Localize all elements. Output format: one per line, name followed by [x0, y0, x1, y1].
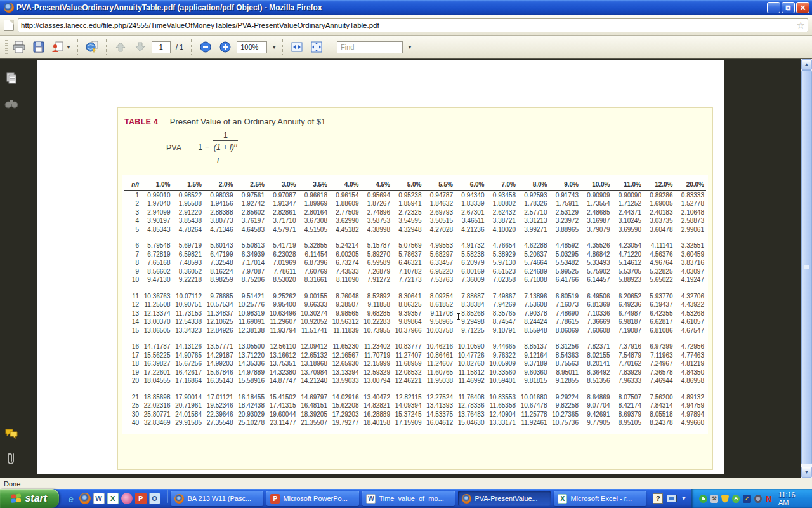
snapshot-button[interactable]: [84, 39, 100, 55]
formula-inner-den: (1 + i)n: [214, 141, 237, 152]
value-cell: 12.09412: [298, 342, 330, 351]
value-cell: 4.78264: [173, 225, 204, 234]
value-cell: 11.51741: [298, 326, 330, 335]
value-cell: 6.20979: [455, 258, 487, 267]
next-page-button[interactable]: [132, 39, 148, 55]
value-cell: 9.98565: [329, 309, 361, 318]
value-cell: 1.88609: [329, 199, 361, 208]
taskbar-button[interactable]: PMicrosoft PowerPo...: [266, 491, 359, 506]
value-cell: 6.47199: [204, 250, 235, 259]
hide-icons-chevron[interactable]: ▼: [681, 495, 686, 502]
toolbar-grip[interactable]: [5, 40, 8, 54]
outlook-icon[interactable]: O: [149, 493, 160, 504]
attachments-paperclip-icon[interactable]: [4, 451, 19, 466]
fit-page-button[interactable]: [308, 39, 325, 55]
value-cell: 3.99271: [518, 225, 549, 234]
value-cell: 9.12164: [518, 351, 549, 360]
taskbar-button[interactable]: WTime_value_of_mo...: [362, 491, 455, 506]
find-input[interactable]: Find: [337, 41, 403, 53]
value-cell: 10.67478: [518, 401, 549, 410]
network-icon[interactable]: [667, 495, 677, 502]
tray-icon-nod32[interactable]: N: [765, 495, 773, 503]
value-cell: 2.77509: [329, 208, 361, 217]
pages-panel-icon[interactable]: [4, 70, 19, 86]
help-tray-icon[interactable]: ?: [653, 493, 663, 504]
value-cell: 16.48151: [298, 401, 330, 410]
period-cell: 17: [124, 351, 141, 360]
value-cell: 13.00794: [361, 377, 393, 385]
value-cell: 5.38929: [487, 250, 518, 259]
powerpoint-icon: P: [270, 494, 280, 504]
close-button[interactable]: ✕: [796, 2, 809, 13]
zoom-out-button[interactable]: [197, 39, 214, 55]
tray-icon-agent[interactable]: [699, 495, 707, 503]
table-row: 65.795485.697195.601435.508135.417195.32…: [124, 241, 706, 250]
search-binoculars-icon[interactable]: [4, 96, 19, 111]
minimize-button[interactable]: _: [767, 2, 780, 13]
value-cell: 11.95038: [424, 377, 455, 385]
value-cell: 0.95694: [361, 190, 393, 199]
value-cell: 3.69590: [612, 225, 644, 234]
email-button[interactable]: ▼: [50, 39, 72, 55]
value-cell: 6.49236: [612, 300, 644, 309]
tray-icon-updates[interactable]: [754, 495, 762, 503]
value-cell: 12.78336: [455, 401, 487, 410]
excel-icon[interactable]: X: [107, 493, 119, 504]
taskbar-button[interactable]: BA 213 W11 (Pasc...: [171, 491, 263, 506]
comments-panel-icon[interactable]: [4, 425, 19, 441]
page-number-input[interactable]: 1: [152, 41, 171, 53]
scroll-thumb[interactable]: [801, 70, 812, 464]
powerpoint-icon[interactable]: P: [135, 493, 147, 504]
key-icon[interactable]: [121, 493, 133, 504]
value-cell: 7.83929: [612, 368, 644, 377]
value-cell: 5.60143: [204, 241, 235, 250]
taskbar-button[interactable]: PVA-PresentValue...: [458, 491, 551, 506]
start-button[interactable]: start: [0, 489, 59, 508]
pdf-sidebar: [0, 59, 23, 478]
value-cell: 17.01121: [204, 393, 235, 402]
value-cell: 12.13374: [141, 309, 173, 318]
url-input[interactable]: [21, 22, 797, 29]
period-cell: 21: [124, 393, 141, 402]
tray-icon-tools[interactable]: ⚒: [710, 495, 718, 503]
value-cell: 1.84632: [424, 199, 455, 208]
value-cell: 3.31213: [518, 217, 549, 225]
email-document-icon: [51, 41, 65, 53]
value-cell: 6.81369: [580, 300, 612, 309]
task-label: Time_value_of_mo...: [379, 495, 451, 502]
print-button[interactable]: [11, 39, 27, 55]
pdf-page: TABLE 4 Present Value of an Ordinary Ann…: [37, 60, 724, 474]
taskbar-button[interactable]: XMicrosoft Excel - r...: [554, 491, 646, 506]
value-cell: 4.38998: [361, 225, 393, 234]
quick-launch: eWXPO: [59, 489, 166, 508]
taskbar-divider[interactable]: [167, 489, 169, 503]
value-cell: 7.10782: [392, 267, 424, 276]
save-button[interactable]: [30, 39, 47, 55]
find-dropdown-arrow[interactable]: ▼: [407, 44, 412, 50]
value-cell: 8.36492: [580, 368, 612, 377]
tray-icon-zonealarm[interactable]: Z: [743, 495, 750, 503]
tray-icon-antivirus[interactable]: A: [732, 495, 740, 503]
fit-width-button[interactable]: [289, 39, 305, 55]
email-dropdown-arrow[interactable]: ▼: [66, 44, 71, 50]
zoom-dropdown-arrow[interactable]: ▼: [272, 44, 277, 50]
firefox-icon[interactable]: [79, 493, 91, 504]
restore-button[interactable]: ⧉: [782, 2, 795, 13]
formula-num-prefix: 1 −: [198, 143, 209, 152]
value-cell: 7.37916: [612, 342, 644, 351]
scroll-down-button[interactable]: ▼: [801, 467, 812, 478]
tray-icon-shield[interactable]: [721, 495, 729, 503]
value-cell: 9.71225: [455, 326, 487, 335]
value-cell: 0.90090: [612, 190, 644, 199]
toolbar-separator: [191, 39, 192, 55]
value-cell: 7.72173: [392, 276, 424, 284]
ie-icon[interactable]: e: [65, 493, 77, 504]
previous-page-button[interactable]: [112, 39, 129, 55]
zoom-level-select[interactable]: 100%: [237, 41, 267, 53]
zoom-in-button[interactable]: [217, 39, 233, 55]
scroll-up-button[interactable]: ▲: [801, 59, 812, 70]
table-row: 1211.2550810.9075110.5753410.257769.9540…: [124, 300, 706, 309]
word-icon[interactable]: W: [93, 493, 105, 504]
value-cell: 3.58753: [361, 217, 393, 225]
bookmark-star-icon[interactable]: ☆: [797, 22, 805, 29]
